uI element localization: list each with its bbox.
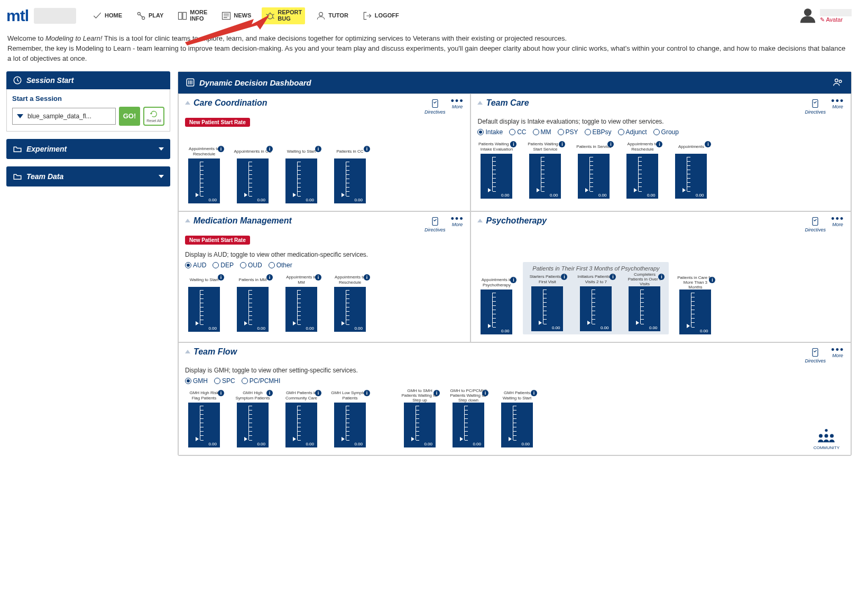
more-button[interactable]: •••More [831, 216, 844, 228]
info-icon[interactable]: i [218, 390, 224, 396]
info-icon[interactable]: i [709, 277, 715, 283]
radio-label: MM [541, 128, 551, 136]
svg-point-18 [830, 434, 834, 437]
collapse-icon[interactable] [185, 350, 190, 353]
session-dropdown[interactable]: blue_sample_data_fl... [12, 108, 116, 125]
info-icon[interactable]: i [658, 274, 665, 280]
radio-label: PSY [566, 128, 578, 136]
radio-cc[interactable]: CC [509, 128, 526, 136]
nav-more-info[interactable]: MOREINFO [174, 7, 210, 24]
svg-point-16 [819, 434, 823, 437]
info-icon[interactable]: i [364, 146, 370, 152]
gauge-body: 0.00 [237, 403, 269, 447]
gauge: Waiting to Starti0.00 [282, 146, 320, 203]
directives-button[interactable]: Directives [805, 347, 826, 363]
nav-report-bug[interactable]: REPORTBUG [262, 7, 305, 24]
more-button[interactable]: •••More [831, 98, 844, 110]
reset-all-button[interactable]: Reset All [143, 107, 164, 126]
collapse-icon[interactable] [185, 101, 190, 105]
info-icon[interactable]: i [266, 146, 273, 152]
nav-home[interactable]: HOME [89, 8, 125, 23]
gauge: GMH Patients Waiting to Starti0.00 [498, 390, 536, 447]
radio-label: AUD [193, 262, 206, 269]
info-icon[interactable]: i [561, 274, 567, 280]
more-button[interactable]: •••More [451, 216, 464, 228]
info-icon[interactable]: i [364, 390, 370, 396]
radio-aud[interactable]: AUD [185, 262, 206, 269]
radio-mm[interactable]: MM [533, 128, 551, 136]
directives-button[interactable]: Directives [425, 216, 446, 232]
directives-button[interactable]: Directives [805, 216, 826, 232]
info-icon[interactable]: i [607, 141, 614, 147]
gauge-title: GMH to SMH Patients Waiting for Step up [401, 390, 439, 402]
news-icon [221, 11, 232, 21]
more-button[interactable]: •••More [451, 98, 464, 110]
radio-label: PC/PCMHI [250, 377, 281, 385]
radio-spc[interactable]: SPC [214, 377, 235, 385]
svg-rect-13 [813, 217, 818, 225]
info-icon[interactable]: i [266, 274, 273, 281]
gauge: Starters Patients in First Visiti0.00 [528, 274, 566, 331]
radio-adjunct[interactable]: Adjunct [618, 128, 647, 136]
gauge: GMH High Risk Flag Patientsi0.00 [185, 390, 223, 447]
info-icon[interactable]: i [559, 141, 565, 147]
radio-oud[interactable]: OUD [240, 262, 262, 269]
radio-group[interactable]: Group [653, 128, 679, 136]
play-icon [136, 11, 146, 21]
info-icon[interactable]: i [364, 274, 370, 281]
radio-pcpcmhi[interactable]: PC/PCMHI [242, 377, 281, 385]
svg-point-9 [839, 80, 842, 82]
info-icon[interactable]: i [531, 390, 537, 396]
accordion-team-data[interactable]: Team Data [6, 166, 170, 186]
collapse-icon[interactable] [477, 219, 483, 222]
team-icon[interactable] [832, 76, 844, 89]
nav-tutor[interactable]: TUTOR [312, 8, 352, 23]
radio-dep[interactable]: DEP [213, 262, 234, 269]
info-icon[interactable]: i [510, 141, 516, 147]
directives-button[interactable]: Directives [805, 98, 826, 115]
info-icon[interactable]: i [266, 390, 273, 396]
section-care-coordination: Care Coordination Directives •••More New… [178, 94, 470, 211]
nav-news[interactable]: NEWS [218, 8, 254, 23]
gauge: GMH Low Symptom Patientsi0.00 [331, 390, 369, 447]
info-icon[interactable]: i [482, 390, 488, 396]
collapse-icon[interactable] [185, 219, 190, 222]
gauge-title: Appointments in CC [234, 146, 272, 157]
gauge: Appointments in MMi0.00 [282, 274, 320, 332]
info-icon[interactable]: i [610, 274, 616, 280]
svg-point-4 [319, 12, 323, 16]
info-icon[interactable]: i [705, 141, 711, 147]
nav-play[interactable]: PLAY [133, 8, 167, 23]
nav-logoff[interactable]: LOGOFF [359, 8, 402, 23]
info-icon[interactable]: i [315, 390, 321, 396]
accordion-experiment[interactable]: Experiment [6, 139, 170, 159]
directives-button[interactable]: Directives [425, 98, 446, 115]
chevron-down-icon [159, 147, 164, 151]
info-icon[interactable]: i [510, 277, 516, 283]
community-button[interactable]: COMMUNITY [814, 427, 839, 450]
collapse-icon[interactable] [477, 101, 483, 105]
go-button[interactable]: GO! [119, 107, 140, 126]
chevron-down-icon [17, 114, 23, 118]
radio-psy[interactable]: PSY [558, 128, 578, 136]
more-button[interactable]: •••More [831, 347, 844, 359]
info-icon[interactable]: i [218, 146, 224, 152]
mm-gauges: Waiting to Starti0.00Patients in MMi0.00… [185, 274, 464, 332]
info-icon[interactable]: i [433, 390, 440, 396]
gauge-body: 0.00 [453, 403, 484, 447]
gauge-body: 0.00 [629, 286, 660, 331]
info-icon[interactable]: i [656, 141, 662, 147]
logoff-icon [362, 11, 373, 21]
info-icon[interactable]: i [218, 274, 224, 281]
radio-intake[interactable]: Intake [477, 128, 503, 136]
gauge-value: 0.00 [208, 326, 217, 331]
gauge: Appointments in Psychotherapyi0.00 [477, 277, 515, 334]
avatar-link[interactable]: ✎ Avatar [820, 16, 852, 23]
radio-gmh[interactable]: GMH [185, 377, 208, 385]
radio-ebpsy[interactable]: EBPsy [585, 128, 612, 136]
radio-other[interactable]: Other [269, 262, 292, 269]
gauge-body: 0.00 [334, 287, 366, 332]
refresh-icon [150, 110, 158, 118]
info-icon[interactable]: i [315, 146, 321, 152]
info-icon[interactable]: i [315, 274, 321, 281]
